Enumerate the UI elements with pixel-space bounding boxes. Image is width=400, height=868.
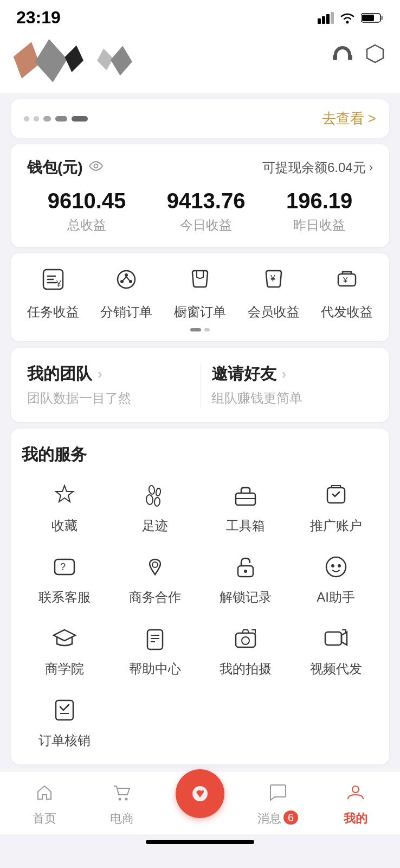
svg-text:¥: ¥ — [343, 275, 348, 284]
header — [0, 33, 400, 93]
brand-logos — [13, 39, 130, 82]
svg-point-10 — [94, 164, 98, 168]
wallet-stats: 9610.45 总收益 9413.76 今日收益 196.19 昨日收益 — [27, 189, 373, 234]
banner-card[interactable]: 去查看 > — [11, 99, 389, 138]
invite-chevron-icon: › — [282, 366, 287, 382]
svg-point-33 — [331, 564, 334, 567]
svg-rect-39 — [236, 633, 255, 647]
stat-today: 9413.76 今日收益 — [167, 189, 246, 234]
photo-icon — [229, 622, 262, 655]
service-item-photo[interactable]: 我的拍摄 — [203, 622, 288, 678]
stat-total-label: 总收益 — [48, 216, 126, 234]
service-item-help[interactable]: 帮助中心 — [112, 622, 197, 678]
order-icon — [48, 694, 81, 726]
svg-rect-42 — [56, 700, 73, 720]
menu-item-task[interactable]: ¥ 任务收益 — [21, 266, 86, 321]
tab-mine-label: 我的 — [344, 810, 367, 827]
service-label-order: 订单核销 — [38, 732, 91, 749]
service-item-favorites[interactable]: 收藏 — [22, 479, 107, 534]
tab-home[interactable]: 首页 — [5, 783, 83, 827]
svg-point-31 — [244, 570, 247, 573]
wallet-available[interactable]: 可提现余额6.04元 › — [262, 159, 373, 176]
menu-label-task: 任务收益 — [27, 303, 79, 321]
service-label-promotion: 推广账户 — [310, 517, 362, 534]
menu-item-proxy[interactable]: ¥ 代发收益 — [314, 266, 379, 321]
team-chevron-icon: › — [98, 366, 102, 382]
service-item-order[interactable]: 订单核销 — [22, 694, 107, 749]
stat-yesterday-label: 昨日收益 — [286, 216, 352, 234]
service-label-business: 商务合作 — [129, 589, 181, 606]
svg-rect-2 — [326, 14, 330, 24]
service-item-ai[interactable]: AI助手 — [293, 551, 378, 606]
my-team-section[interactable]: 我的团队 › 团队数据一目了然 — [27, 363, 189, 407]
svg-rect-8 — [333, 55, 337, 60]
shelf-icon — [187, 266, 213, 298]
svg-point-40 — [242, 637, 249, 644]
hexagon-button[interactable] — [363, 42, 387, 66]
diamond-5 — [109, 44, 134, 76]
distribution-icon — [113, 266, 139, 298]
invite-section[interactable]: 邀请好友 › 组队赚钱更简单 — [211, 363, 373, 407]
stat-today-value: 9413.76 — [167, 189, 246, 213]
headphone-button[interactable] — [331, 42, 354, 66]
dot-5 — [72, 116, 88, 122]
menu-grid: ¥ 任务收益 分销订单 — [16, 266, 384, 321]
wallet-card: 钱包(元) 可提现余额6.04元 › 9610.45 总收益 9413.76 今… — [11, 144, 389, 247]
ai-icon — [320, 551, 352, 583]
services-grid: 收藏 足迹 工具箱 — [22, 479, 378, 749]
status-time: 23:19 — [16, 8, 61, 28]
menu-item-distribution[interactable]: 分销订单 — [94, 266, 159, 321]
tab-ecommerce[interactable]: 电商 — [83, 783, 162, 827]
promotion-icon — [320, 479, 352, 512]
service-item-business[interactable]: 商务合作 — [112, 551, 197, 606]
eye-icon[interactable] — [88, 161, 104, 175]
tab-bar: 首页 电商 消息6 — [0, 771, 400, 834]
menu-dot-2 — [204, 328, 210, 331]
tab-messages[interactable]: 消息6 — [239, 783, 317, 827]
header-actions — [331, 39, 387, 66]
service-item-promotion[interactable]: 推广账户 — [293, 479, 378, 534]
my-team-title: 我的团队 › — [27, 363, 189, 385]
service-label-ai: AI助手 — [317, 589, 355, 606]
svg-rect-1 — [322, 16, 325, 24]
footprint-icon — [139, 479, 171, 512]
svg-point-4 — [346, 21, 349, 23]
svg-point-13 — [118, 271, 135, 288]
home-indicator — [146, 840, 254, 844]
wallet-title: 钱包(元) — [27, 157, 104, 178]
home-icon — [35, 783, 54, 807]
team-divider — [200, 363, 201, 407]
svg-point-47 — [352, 786, 359, 793]
center-icon — [176, 769, 224, 818]
service-item-academy[interactable]: 商学院 — [22, 622, 107, 678]
service-label-help: 帮助中心 — [129, 660, 181, 678]
service-item-footprint[interactable]: 足迹 — [112, 479, 197, 534]
svg-point-23 — [154, 497, 160, 507]
status-icons — [318, 12, 384, 24]
svg-rect-3 — [331, 12, 334, 24]
wifi-icon — [339, 12, 356, 24]
services-section: 我的服务 收藏 足迹 — [11, 429, 389, 764]
wallet-header: 钱包(元) 可提现余额6.04元 › — [27, 157, 373, 178]
menu-item-member[interactable]: ¥ 会员收益 — [241, 266, 306, 321]
banner-link[interactable]: 去查看 > — [322, 109, 376, 128]
tab-mine[interactable]: 我的 — [317, 783, 395, 827]
menu-label-shelf: 橱窗订单 — [174, 303, 226, 321]
svg-text:?: ? — [60, 561, 66, 572]
invite-title: 邀请好友 › — [211, 363, 373, 385]
menu-item-shelf[interactable]: 橱窗订单 — [167, 266, 233, 321]
business-icon — [139, 551, 171, 583]
tab-center[interactable] — [161, 769, 239, 818]
service-item-toolbox[interactable]: 工具箱 — [203, 479, 288, 534]
svg-rect-0 — [318, 18, 321, 24]
battery-icon — [361, 12, 384, 24]
svg-point-29 — [152, 562, 158, 567]
svg-rect-6 — [381, 16, 383, 20]
svg-point-45 — [125, 797, 128, 800]
service-item-video[interactable]: 视频代发 — [293, 622, 378, 678]
academy-icon — [48, 622, 81, 655]
diamond-2 — [33, 37, 69, 84]
service-item-unlock[interactable]: 解锁记录 — [203, 551, 288, 606]
dot-3 — [43, 116, 51, 122]
service-item-support[interactable]: ? 联系客服 — [22, 551, 107, 606]
